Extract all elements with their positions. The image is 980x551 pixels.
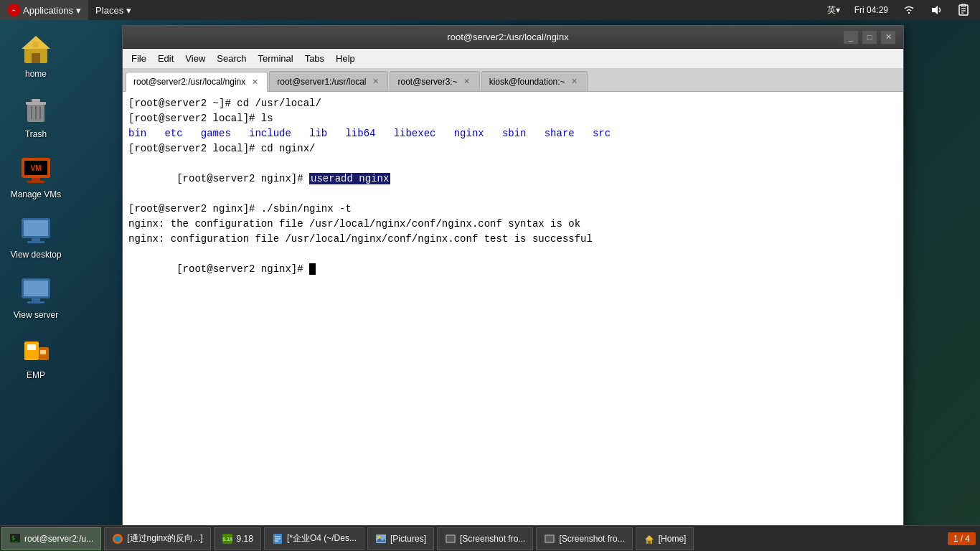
taskbar-item-home-folder[interactable]: [Home] [636, 527, 694, 550]
menu-search[interactable]: Search [211, 49, 252, 69]
term-line-6: [root@server2 nginx]# ./sbin/nginx -t [128, 202, 897, 217]
svg-rect-10 [33, 42, 39, 47]
svg-rect-48 [447, 536, 454, 542]
menu-view[interactable]: View [179, 49, 211, 69]
desktop-icon-home[interactable]: home [7, 29, 65, 82]
term-line-2: [root@server2 local]# ls [128, 111, 897, 126]
svg-rect-44 [376, 534, 386, 543]
taskbar-pictures-label: [Pictures] [390, 534, 426, 544]
terminal-titlebar: root@server2:/usr/local/nginx _ □ ✕ [123, 26, 903, 49]
minimize-button[interactable]: _ [843, 30, 859, 44]
tab-3-close[interactable]: ✕ [462, 77, 472, 87]
vm-icon: VM [19, 152, 53, 187]
svg-marker-1 [932, 6, 938, 14]
svg-rect-27 [24, 281, 48, 296]
svg-rect-24 [32, 238, 40, 241]
svg-rect-32 [27, 344, 36, 350]
desktop-icon-view-desktop[interactable]: View desktop [7, 209, 65, 263]
svg-rect-13 [32, 99, 40, 102]
places-menu[interactable]: Places ▾ [88, 0, 138, 20]
places-label: Places [95, 5, 123, 16]
taskbar-firefox-label: [通过nginx的反向...] [127, 532, 202, 545]
menu-bar: File Edit View Search Terminal Tabs Help [123, 49, 903, 69]
redhat-icon [7, 4, 20, 17]
tab-4[interactable]: kiosk@foundation:~ ✕ [481, 71, 588, 91]
home-label: home [25, 69, 47, 79]
close-button[interactable]: ✕ [880, 30, 896, 44]
menu-edit[interactable]: Edit [152, 49, 179, 69]
applications-menu[interactable]: Applications ▾ [0, 0, 88, 20]
trash-icon [19, 92, 53, 126]
tab-4-close[interactable]: ✕ [570, 77, 580, 87]
top-panel-right: 英 ▾ Fri 04:29 [823, 0, 980, 20]
menu-file[interactable]: File [126, 49, 152, 69]
desktop-icon-manage-vms[interactable]: VM Manage VMs [7, 149, 65, 202]
wifi-icon[interactable] [898, 0, 920, 20]
desktop: Applications ▾ Places ▾ 英 ▾ Fri 04:29 [0, 0, 980, 551]
taskbar-item-918[interactable]: 9.18 9.18 [214, 527, 261, 550]
term-line-7: nginx: the configuration file /usr/local… [128, 217, 897, 232]
volume-icon[interactable] [925, 0, 947, 20]
applications-label: Applications [23, 5, 73, 16]
taskbar-right: 1 / 4 [948, 532, 980, 545]
taskbar-item-screenshot1[interactable]: [Screenshot fro... [437, 527, 533, 550]
svg-text:VM: VM [31, 164, 42, 172]
lang-indicator[interactable]: 英 ▾ [823, 0, 844, 20]
page-indicator[interactable]: 1 / 4 [948, 532, 976, 545]
view-server-icon [19, 273, 53, 307]
tab-3[interactable]: root@server3:~ ✕ [390, 71, 479, 91]
taskbar-screenshot2-icon [544, 533, 555, 545]
taskbar-item-pictures[interactable]: [Pictures] [367, 527, 434, 550]
term-line-5-prompt: [root@server2 nginx]# [176, 173, 309, 184]
taskbar-firefox-icon [112, 533, 123, 545]
terminal-content[interactable]: [root@server2 ~]# cd /usr/local/ [root@s… [123, 92, 903, 527]
svg-rect-20 [32, 178, 40, 181]
taskbar-pictures-icon [375, 533, 387, 545]
applications-arrow: ▾ [76, 5, 81, 16]
taskbar-918-icon: 9.18 [222, 533, 233, 545]
desktop-icon-view-server[interactable]: View server [7, 270, 65, 323]
desktop-icon-emp[interactable]: EMP [7, 330, 65, 383]
menu-terminal[interactable]: Terminal [253, 49, 299, 69]
term-line-1: [root@server2 ~]# cd /usr/local/ [128, 96, 897, 111]
svg-rect-28 [32, 298, 40, 301]
taskbar-item-screenshot2[interactable]: [Screenshot fro... [536, 527, 632, 550]
menu-help[interactable]: Help [330, 49, 361, 69]
maximize-button[interactable]: □ [862, 30, 877, 44]
tab-1[interactable]: root@server2:/usr/local/nginx ✕ [126, 72, 268, 92]
taskbar-gedit-label: [*企业O4 (~/Des... [287, 532, 357, 545]
svg-rect-33 [40, 350, 46, 354]
tab-2[interactable]: root@server1:/usr/local ✕ [269, 71, 388, 91]
taskbar-item-term[interactable]: $_ root@server2:/u... [1, 527, 101, 550]
term-prompt-9: [root@server2 nginx]# [176, 263, 309, 275]
term-line-8: nginx: configuration file /usr/local/ngi… [128, 232, 897, 247]
taskbar-screenshot2-label: [Screenshot fro... [559, 534, 624, 544]
trash-label: Trash [25, 129, 47, 139]
desktop-icon-trash[interactable]: Trash [7, 89, 65, 142]
clipboard-icon[interactable] [953, 0, 974, 20]
svg-point-37 [115, 536, 121, 542]
desktop-icons: home Trash VM [7, 29, 65, 383]
tab-2-close[interactable]: ✕ [370, 77, 380, 87]
svg-rect-30 [24, 342, 39, 360]
svg-marker-51 [645, 535, 654, 540]
window-controls: _ □ ✕ [843, 30, 896, 44]
taskbar-term-icon: $_ [9, 533, 21, 545]
taskbar-item-gedit[interactable]: [*企业O4 (~/Des... [264, 527, 364, 550]
tab-bar: root@server2:/usr/local/nginx ✕ root@ser… [123, 69, 903, 92]
tab-1-label: root@server2:/usr/local/nginx [133, 77, 245, 87]
emp-label: EMP [27, 370, 45, 380]
clock[interactable]: Fri 04:29 [850, 0, 892, 20]
tab-4-label: kiosk@foundation:~ [489, 77, 565, 87]
taskbar-gedit-icon [272, 533, 283, 545]
taskbar-screenshot1-icon [445, 533, 456, 545]
top-panel: Applications ▾ Places ▾ 英 ▾ Fri 04:29 [0, 0, 980, 20]
terminal-title: root@server2:/usr/local/nginx [173, 32, 843, 42]
menu-tabs[interactable]: Tabs [299, 49, 330, 69]
term-line-5-highlighted: useradd nginx [309, 173, 390, 184]
taskbar-918-label: 9.18 [237, 534, 253, 544]
taskbar-item-firefox[interactable]: [通过nginx的反向...] [104, 527, 210, 550]
terminal-window: root@server2:/usr/local/nginx _ □ ✕ File… [122, 25, 904, 527]
svg-text:$_: $_ [11, 535, 19, 542]
tab-1-close[interactable]: ✕ [250, 77, 260, 87]
